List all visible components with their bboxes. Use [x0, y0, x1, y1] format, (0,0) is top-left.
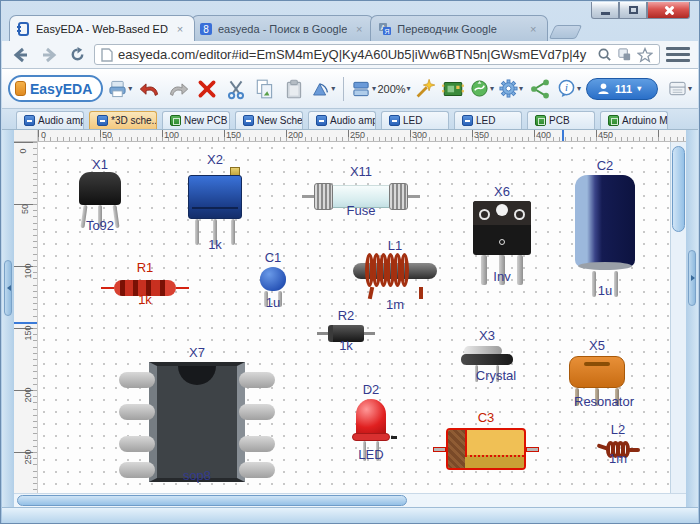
doc-tab-label: New Sche... [257, 115, 303, 126]
back-button[interactable] [10, 44, 32, 66]
tab-title: easyeda - Поиск в Google [218, 23, 347, 35]
svg-text:8: 8 [203, 24, 209, 35]
component-x5-resonator[interactable]: X5 Resonator [551, 338, 643, 409]
user-menu-button[interactable]: 111 ▾ [586, 78, 658, 100]
easyeda-logo[interactable]: EasyEDA [8, 75, 103, 102]
component-d2-led[interactable]: D2 LED [340, 382, 402, 462]
tab-close-icon[interactable]: × [352, 23, 366, 35]
canvas-row: 0 50 100 150 200 250 X1 To92 [14, 142, 686, 493]
pcb-doc-icon [170, 115, 181, 126]
ruler-number: 0 [18, 148, 28, 153]
vertical-ruler: 0 50 100 150 200 250 [14, 142, 38, 493]
vertical-scrollbar[interactable] [670, 142, 686, 493]
cursor-position-marker [562, 130, 564, 142]
url-text[interactable]: easyeda.com/editor#id=EmSM4mEyQ|Ky4A60Ub… [118, 47, 592, 62]
doc-tab-led-2[interactable]: LED [454, 111, 522, 129]
zoom-level-button[interactable]: 200% ▾ [381, 76, 407, 102]
doc-tab-audio-amp-1[interactable]: Audio amp... [16, 111, 84, 129]
tab-close-icon[interactable]: × [526, 23, 540, 35]
file-button[interactable]: ▾ [108, 76, 132, 102]
component-x2-trimmer[interactable]: X2 1k [179, 152, 251, 252]
undo-icon [138, 77, 161, 100]
browser-tab-easyeda[interactable]: EasyEDA - Web-Based EDA × [9, 15, 195, 41]
component-x6-to220[interactable]: X6 Inv [466, 184, 538, 284]
right-panel-toggle[interactable] [688, 250, 696, 306]
doc-tab-led-1[interactable]: LED [381, 111, 449, 129]
new-tab-button[interactable] [549, 25, 582, 39]
translate-page-icon[interactable] [617, 47, 632, 62]
undo-button[interactable] [137, 76, 161, 102]
status-bar [2, 507, 698, 523]
toolbar-separator [343, 77, 344, 101]
left-panel-toggle[interactable] [4, 260, 12, 316]
dropdown-caret-icon: ▾ [128, 85, 132, 93]
doc-tab-arduino[interactable]: Arduino M... [600, 111, 668, 129]
doc-tab-3d-schematic[interactable]: *3D sche... [89, 111, 157, 129]
vertical-scrollbar-thumb[interactable] [672, 146, 685, 232]
doc-tab-new-pcb[interactable]: New PCB [162, 111, 230, 129]
component-c3-capacitor[interactable]: C3 1u [430, 410, 542, 471]
schematic-canvas[interactable]: X1 To92 X2 1k [38, 142, 670, 493]
close-button[interactable] [647, 2, 690, 19]
component-x3-crystal[interactable]: X3 Crystal [446, 328, 528, 383]
component-c1-capacitor[interactable]: C1 1u [247, 250, 299, 310]
forward-button[interactable] [38, 44, 60, 66]
component-r1-resistor[interactable]: R1 1k [99, 260, 191, 307]
component-l1-inductor[interactable]: L1 1m [349, 238, 441, 312]
horizontal-scrollbar-thumb[interactable] [17, 495, 407, 506]
pcb-chip-icon [441, 78, 465, 100]
help-button[interactable]: i ▾ [557, 76, 581, 102]
component-r2-resistor[interactable]: R2 1k [315, 308, 377, 353]
reload-icon [69, 46, 86, 63]
cut-button[interactable] [224, 76, 248, 102]
doc-tab-pcb[interactable]: PCB [527, 111, 595, 129]
easyeda-favicon [17, 22, 31, 36]
component-c2-capacitor[interactable]: C2 1u [569, 158, 641, 298]
reload-button[interactable] [66, 44, 88, 66]
redo-button[interactable] [166, 76, 190, 102]
bookmark-star-icon[interactable] [637, 47, 653, 63]
tab-title: EasyEDA - Web-Based EDA [36, 23, 168, 35]
component-x1-transistor[interactable]: X1 To92 [64, 157, 136, 233]
paste-button[interactable] [282, 76, 306, 102]
delete-button[interactable] [195, 76, 219, 102]
browser-tab-google-search[interactable]: 8 easyeda - Поиск в Google × [191, 15, 374, 41]
schematic-doc-icon [243, 115, 254, 126]
settings-button[interactable]: ▾ [499, 76, 523, 102]
minimize-button[interactable] [591, 2, 619, 19]
eda-toolbar: EasyEDA ▾ ▾ ▾ [2, 69, 698, 109]
component-x11-fuse[interactable]: X11 Fuse [301, 164, 421, 218]
doc-tab-audio-amp-2[interactable]: Audio amp... [308, 111, 376, 129]
browser-menu-button[interactable] [666, 45, 690, 65]
schematic-doc-icon [316, 115, 327, 126]
component-x7-sop8[interactable]: X7 sop8 [117, 345, 277, 483]
copy-button[interactable] [253, 76, 277, 102]
component-ref: X1 [92, 157, 108, 172]
measure-button[interactable]: ▾ [311, 76, 335, 102]
browser-tab-google-translate[interactable]: AЯ Переводчик Google × [370, 15, 548, 41]
logo-chip-icon [15, 81, 26, 96]
horizontal-scrollbar[interactable] [14, 493, 686, 507]
doc-tab-new-schematic[interactable]: New Sche... [235, 111, 303, 129]
dropdown-caret-icon: ▾ [577, 85, 581, 93]
maximize-button[interactable] [619, 2, 647, 19]
component-l2-inductor[interactable]: L2 1m [582, 422, 654, 466]
wizard-button[interactable] [412, 76, 436, 102]
component-ref: L1 [388, 238, 402, 253]
zoom-icon[interactable] [597, 47, 612, 62]
tab-close-icon[interactable]: × [173, 23, 187, 35]
address-bar[interactable]: easyeda.com/editor#id=EmSM4mEyQ|Ky4A60Ub… [94, 44, 660, 65]
ruler-number: 250 [350, 130, 365, 140]
doc-tab-label: New PCB [184, 115, 227, 126]
layers-button[interactable]: ▾ [352, 76, 376, 102]
simulation-icon [470, 77, 489, 100]
close-icon [663, 5, 674, 16]
ruler-number: 150 [23, 325, 33, 340]
pcb-button[interactable] [441, 76, 465, 102]
share-button[interactable] [528, 76, 552, 102]
ruler-number: 200 [23, 387, 33, 402]
schematic-doc-icon [24, 115, 35, 126]
panels-button[interactable]: ▾ [668, 76, 692, 102]
ruler-number: 50 [20, 204, 30, 214]
simulation-button[interactable]: ▾ [470, 76, 494, 102]
